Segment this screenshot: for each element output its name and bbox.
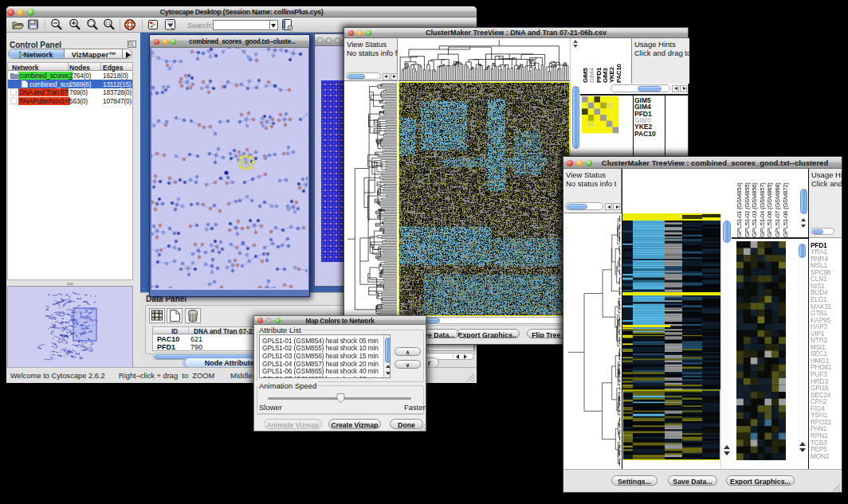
svg-text:1:1: 1:1	[105, 21, 111, 25]
